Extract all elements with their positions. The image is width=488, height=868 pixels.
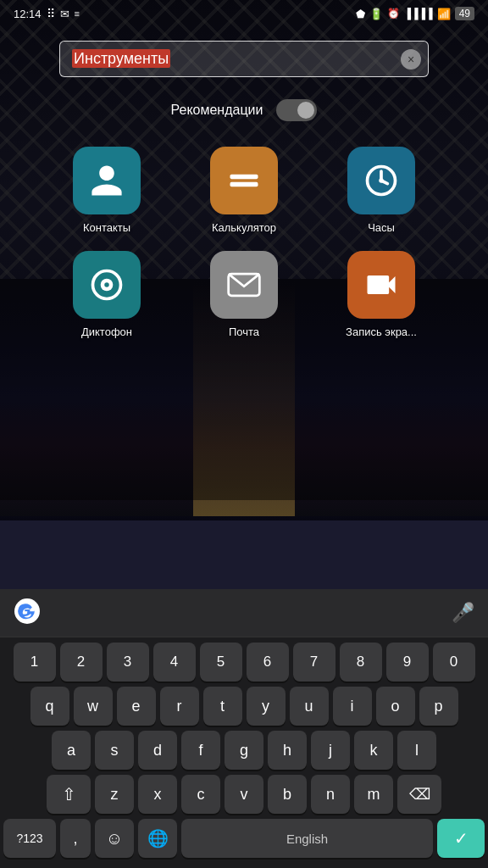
screen-rec-icon-bg (347, 251, 415, 319)
calculator-icon-bg (210, 147, 278, 214)
voice-input-icon[interactable]: 🎤 (452, 602, 474, 624)
key-g[interactable]: g (225, 731, 263, 770)
enter-key[interactable]: ✓ (437, 819, 485, 858)
key-q[interactable]: q (30, 687, 69, 726)
contacts-icon (88, 162, 125, 199)
key-k[interactable]: k (354, 731, 393, 770)
svg-point-5 (379, 178, 384, 183)
apps-grid: Контакты Калькулятор Часы (0, 138, 488, 355)
clock-label: Часы (368, 221, 395, 234)
equalizer-icon: ⠿ (47, 7, 55, 20)
status-right: ⬟ 🔋 ⏰ ▐▐▐▐ 📶 49 (356, 7, 474, 20)
space-key[interactable]: English (181, 819, 433, 858)
key-f[interactable]: f (181, 731, 220, 770)
key-c[interactable]: c (181, 775, 220, 814)
emoji-key[interactable]: ☺ (95, 819, 134, 858)
key-e[interactable]: e (117, 687, 156, 726)
bluetooth-icon: ⬟ (356, 8, 365, 20)
key-1[interactable]: 1 (14, 643, 56, 682)
time-display: 12:14 (14, 8, 42, 20)
key-7[interactable]: 7 (293, 643, 336, 682)
search-box[interactable]: Инструменты × (59, 41, 429, 77)
language-key[interactable]: 🌐 (138, 819, 177, 858)
contacts-icon-bg (73, 147, 141, 214)
notification-icon: ≡ (75, 8, 80, 19)
mail-icon (225, 266, 263, 303)
key-m[interactable]: m (354, 775, 393, 814)
key-9[interactable]: 9 (386, 643, 429, 682)
key-l[interactable]: l (397, 731, 436, 770)
key-s[interactable]: s (95, 731, 134, 770)
recorder-label: Диктофон (81, 326, 132, 338)
number-row: 1 2 3 4 5 6 7 8 9 0 (3, 643, 485, 682)
key-d[interactable]: d (138, 731, 177, 770)
key-z[interactable]: z (95, 775, 134, 814)
key-6[interactable]: 6 (247, 643, 289, 682)
mail-label: Почта (229, 326, 259, 338)
search-input[interactable]: Инструменты (72, 50, 394, 68)
comma-key[interactable]: , (60, 819, 91, 858)
key-o[interactable]: o (376, 687, 415, 726)
key-0[interactable]: 0 (433, 643, 475, 682)
search-clear-button[interactable]: × (401, 49, 421, 70)
signal-icon: ▐▐▐▐ (404, 8, 433, 19)
shift-key[interactable]: ⇧ (47, 775, 91, 814)
svg-rect-0 (230, 175, 258, 180)
key-v[interactable]: v (225, 775, 263, 814)
search-section: Инструменты × (0, 24, 488, 91)
key-4[interactable]: 4 (153, 643, 196, 682)
alarm-icon: ⏰ (387, 8, 400, 19)
recommendations-label: Рекомендации (171, 103, 263, 118)
recommendations-toggle[interactable] (276, 99, 317, 121)
key-2[interactable]: 2 (60, 643, 103, 682)
key-t[interactable]: t (203, 687, 242, 726)
key-i[interactable]: i (333, 687, 372, 726)
key-b[interactable]: b (268, 775, 307, 814)
keyboard-rows: 1 2 3 4 5 6 7 8 9 0 q w e r t y u i o p … (0, 637, 488, 868)
key-y[interactable]: y (247, 687, 286, 726)
clock-icon (363, 162, 400, 199)
zxcv-row: ⇧ z x c v b n m ⌫ (3, 775, 485, 814)
svg-rect-1 (230, 182, 258, 187)
contacts-label: Контакты (83, 221, 130, 234)
app-item-screen-rec[interactable]: Запись экра... (317, 251, 446, 338)
svg-point-8 (104, 282, 109, 287)
recommendations-row: Рекомендации (0, 91, 488, 138)
key-x[interactable]: x (138, 775, 177, 814)
key-8[interactable]: 8 (340, 643, 382, 682)
bottom-row: ?123 , ☺ 🌐 English ✓ (3, 819, 485, 858)
app-item-calculator[interactable]: Калькулятор (180, 147, 308, 234)
message-icon: ✉ (60, 8, 69, 20)
key-3[interactable]: 3 (107, 643, 149, 682)
backspace-key[interactable]: ⌫ (397, 775, 441, 814)
app-item-recorder[interactable]: Диктофон (42, 251, 171, 338)
calculator-icon (225, 162, 263, 199)
recorder-icon-bg (73, 251, 141, 319)
screen-rec-icon (363, 266, 400, 303)
status-bar: 12:14 ⠿ ✉ ≡ ⬟ 🔋 ⏰ ▐▐▐▐ 📶 49 (0, 0, 488, 24)
key-u[interactable]: u (290, 687, 329, 726)
key-r[interactable]: r (160, 687, 199, 726)
status-left: 12:14 ⠿ ✉ ≡ (14, 7, 80, 20)
qwerty-row: q w e r t y u i o p (3, 687, 485, 726)
keyboard-toolbar: G 🎤 (0, 589, 488, 637)
google-logo: G (14, 598, 41, 628)
key-n[interactable]: n (311, 775, 350, 814)
app-item-mail[interactable]: Почта (180, 251, 308, 338)
key-p[interactable]: p (419, 687, 458, 726)
key-h[interactable]: h (268, 731, 307, 770)
app-item-contacts[interactable]: Контакты (42, 147, 171, 234)
key-w[interactable]: w (74, 687, 113, 726)
screen-rec-label: Запись экра... (346, 326, 417, 338)
key-5[interactable]: 5 (200, 643, 242, 682)
search-text-selected: Инструменты (72, 49, 170, 68)
asdf-row: a s d f g h j k l (3, 731, 485, 770)
clock-icon-bg (347, 147, 415, 214)
recorder-icon (88, 266, 125, 303)
battery-icon: 🔋 (369, 8, 383, 20)
key-j[interactable]: j (311, 731, 350, 770)
key-a[interactable]: a (52, 731, 91, 770)
keyboard-area: G 🎤 1 2 3 4 5 6 7 8 9 0 q w e r t (0, 589, 488, 868)
special-key[interactable]: ?123 (3, 819, 56, 858)
app-item-clock[interactable]: Часы (317, 147, 446, 234)
